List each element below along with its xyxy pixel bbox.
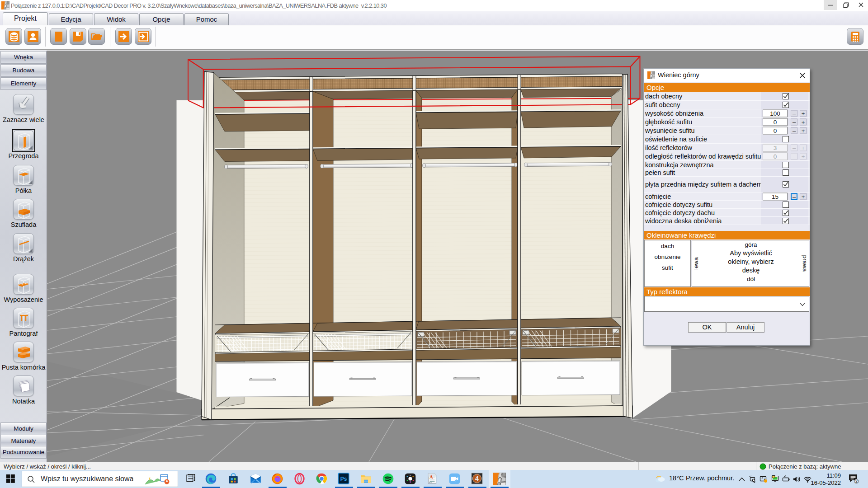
svg-text:4: 4 bbox=[475, 475, 479, 482]
svg-text:A: A bbox=[429, 474, 433, 479]
svg-text:Ps: Ps bbox=[340, 476, 347, 482]
svg-text:2: 2 bbox=[855, 479, 858, 483]
